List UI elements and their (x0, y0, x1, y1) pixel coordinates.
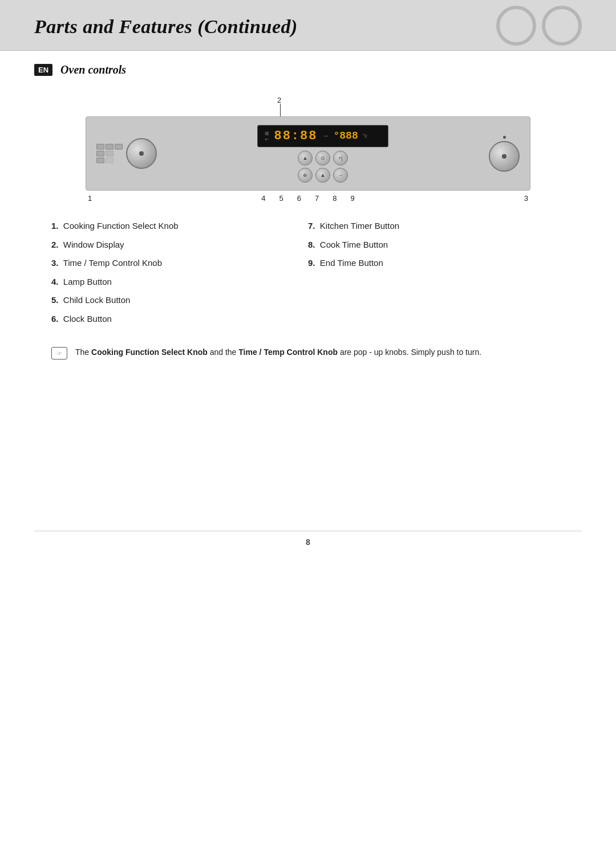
language-badge: EN (34, 64, 52, 76)
oven-control-panel: ▦ ●○ 88:88 → °888 °c ▲ ⊙ +| (86, 116, 530, 191)
buttons-row-top: ▲ ⊙ +| (298, 151, 348, 165)
header-banner: Parts and Features (Continued) (0, 0, 616, 51)
feature-item-8: 8. Cook Time Button (308, 239, 565, 252)
right-knob-section (489, 136, 520, 172)
display-temp-readout: °888 (333, 130, 358, 142)
buttons-row-bottom: ⊕ ▲ → (298, 168, 348, 183)
callout-3: 3 (524, 194, 528, 203)
callout-1: 1 (88, 194, 92, 203)
callout-6: 6 (297, 194, 301, 203)
header-decoration (496, 6, 582, 46)
diagram-container: 2 (0, 76, 616, 203)
func-icon-5 (106, 151, 114, 156)
cooking-function-select-knob[interactable] (126, 138, 157, 169)
display-time-readout: 88:88 (274, 129, 317, 143)
feature-item-9: 9. End Time Button (308, 257, 565, 270)
callout-9: 9 (350, 194, 354, 203)
features-section: 1. Cooking Function Select Knob 2. Windo… (0, 203, 616, 325)
feature-item-3: 3. Time / Temp Control Knob (51, 257, 308, 270)
func-icon-4 (96, 151, 104, 156)
deco-circle-1 (496, 6, 536, 46)
left-knob-section (96, 138, 157, 169)
feature-item-5: 5. Child Lock Button (51, 294, 308, 307)
feature-item-2: 2. Window Display (51, 239, 308, 252)
center-controls: ▦ ●○ 88:88 → °888 °c ▲ ⊙ +| (163, 125, 483, 183)
note-text: The Cooking Function Select Knob and the… (75, 346, 481, 360)
callout-numbers-row: 1 4 5 6 7 8 9 3 (86, 194, 530, 203)
callout-2-label: 2 (277, 96, 281, 104)
cook-time-button[interactable]: +| (333, 151, 348, 165)
callout-5: 5 (279, 194, 283, 203)
func-icon-1 (96, 144, 104, 150)
note-icon: ☞ (51, 347, 67, 360)
func-icon-8 (106, 158, 114, 163)
features-left-column: 1. Cooking Function Select Knob 2. Windo… (51, 220, 308, 325)
display-arrow: → (322, 132, 329, 140)
end-time-button[interactable]: → (333, 168, 348, 183)
note-bold-1: Cooking Function Select Knob (91, 348, 208, 357)
child-lock-button[interactable]: ⊕ (298, 168, 313, 183)
feature-item-6: 6. Clock Button (51, 313, 308, 326)
window-display: ▦ ●○ 88:88 → °888 °c (257, 125, 388, 147)
time-temp-control-knob[interactable] (489, 141, 520, 172)
feature-item-7: 7. Kitchen Timer Button (308, 220, 565, 233)
section-subtitle: Oven controls (60, 63, 126, 76)
callout-4: 4 (261, 194, 265, 203)
features-right-column: 7. Kitchen Timer Button 8. Cook Time But… (308, 220, 565, 325)
feature-item-1: 1. Cooking Function Select Knob (51, 220, 308, 233)
callout-8: 8 (333, 194, 337, 203)
note-after: are pop - up knobs. Simply push to turn. (340, 348, 481, 357)
function-icons (96, 144, 123, 163)
page-number: 8 (306, 538, 310, 547)
lamp-button[interactable]: ▲ (298, 151, 313, 165)
note-middle: and the (210, 348, 239, 357)
clock-button[interactable]: ▲ (315, 168, 330, 183)
func-icon-2 (106, 144, 114, 150)
callout-group-center: 4 5 6 7 8 9 (261, 194, 354, 203)
callout-2-line (280, 104, 281, 116)
feature-item-4: 4. Lamp Button (51, 276, 308, 289)
kitchen-timer-button[interactable]: ⊙ (315, 151, 330, 165)
section-header: EN Oven controls (0, 51, 616, 76)
knob-dot (503, 136, 506, 139)
func-icon-3 (115, 144, 123, 150)
func-icon-7 (96, 158, 104, 163)
note-section: ☞ The Cooking Function Select Knob and t… (0, 325, 616, 360)
callout-7: 7 (315, 194, 319, 203)
display-unit: °c (363, 133, 367, 139)
deco-circle-2 (542, 6, 582, 46)
note-bold-2: Time / Temp Control Knob (238, 348, 338, 357)
